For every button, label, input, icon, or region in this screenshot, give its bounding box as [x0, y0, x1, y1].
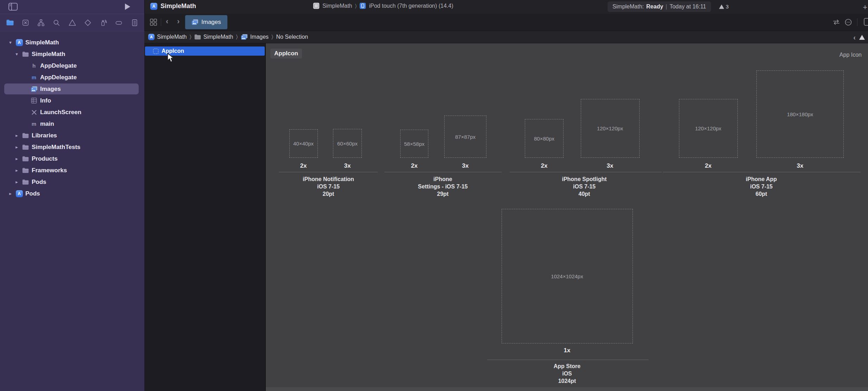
status-state: Ready [646, 4, 663, 10]
file-tree: ▾ASimpleMath▾SimpleMathhAppDelegatemAppD… [0, 31, 144, 199]
titlebar-sidebar-area [0, 0, 144, 14]
sidebar-item-label: Pods [32, 179, 46, 186]
breadcrumb-item[interactable]: No Selection [276, 34, 308, 40]
icon-slot-2x[interactable]: 120×120px [679, 99, 738, 158]
sidebar-item-main[interactable]: mmain [0, 118, 144, 130]
slot-scale-label: 2x [705, 162, 712, 169]
disclosure-chevron-icon[interactable]: ▾ [14, 51, 19, 57]
sidebar-item-simplemathtests[interactable]: ▸SimpleMathTests [0, 141, 144, 153]
group-caption-line: iPhone Spotlight [562, 175, 606, 183]
disclosure-chevron-icon[interactable]: ▸ [14, 156, 19, 161]
disclosure-chevron-icon[interactable]: ▸ [14, 144, 19, 150]
sidebar-item-appdelegate[interactable]: mAppDelegate [0, 72, 144, 83]
project-navigator-icon[interactable] [5, 18, 15, 27]
icon-slot-2x[interactable]: 58×58px [400, 130, 428, 158]
status-divider: | [666, 4, 667, 10]
run-button[interactable] [124, 3, 131, 11]
icon-slot-2x[interactable]: 40×40px [289, 129, 318, 158]
source-control-icon[interactable] [20, 18, 30, 27]
sidebar-item-pods[interactable]: ▸APods [0, 188, 144, 199]
disclosure-chevron-icon[interactable]: ▸ [14, 179, 19, 185]
folder-icon [22, 51, 29, 58]
sidebar-item-label: Info [40, 97, 51, 104]
icon-slot-3x[interactable]: 120×120px [581, 99, 640, 158]
slot-size-label: 40×40px [293, 141, 314, 147]
disclosure-chevron-icon[interactable]: ▸ [14, 168, 19, 173]
sidebar-item-info[interactable]: Info [0, 95, 144, 106]
icon-slot-2x[interactable]: 80×80px [525, 119, 564, 158]
icon-slot-1x[interactable]: 1024×1024px [502, 209, 633, 343]
sidebar-item-products[interactable]: ▸Products [0, 153, 144, 165]
file-m-gray-icon: m [30, 120, 38, 128]
slot-size-label: 87×87px [455, 134, 476, 140]
disclosure-chevron-icon[interactable]: ▾ [8, 40, 13, 45]
target-icon [313, 2, 320, 9]
project-app-icon: A [148, 34, 155, 40]
status-project: SimpleMath: [612, 4, 644, 10]
icon-slot-3x[interactable]: 60×60px [333, 129, 362, 158]
group-underline [663, 172, 861, 172]
breadcrumb-item[interactable]: ASimpleMath [148, 34, 187, 40]
editor-swap-icon[interactable] [832, 18, 841, 26]
forward-chevron[interactable]: › [177, 17, 180, 26]
sidebar-item-label: SimpleMathTests [32, 144, 81, 151]
slot-scale-label: 3x [797, 162, 804, 169]
breadcrumb-item[interactable]: Images [241, 34, 269, 40]
sidebar-item-appdelegate[interactable]: hAppDelegate [0, 60, 144, 72]
scheme-target[interactable]: SimpleMath [322, 3, 352, 9]
warning-badge[interactable]: 3 [719, 4, 729, 10]
folder-icon [22, 167, 29, 174]
slot-size-label: 120×120px [695, 125, 722, 131]
debug-icon[interactable] [99, 18, 108, 27]
editor-options-icon[interactable] [844, 18, 853, 26]
slot-size-label: 58×58px [404, 141, 424, 147]
group-caption: iPhone SpotlightiOS 7-1540pt [562, 175, 606, 198]
issues-icon[interactable] [67, 18, 77, 27]
search-icon[interactable] [52, 18, 62, 27]
empty-thumbnail-icon [153, 49, 158, 54]
back-chevron[interactable]: ‹ [166, 17, 168, 26]
group-caption-line: Settings - iOS 7-15 [418, 183, 467, 190]
sidebar-item-simplemath[interactable]: ▾SimpleMath [0, 48, 144, 60]
scheme-selector[interactable]: SimpleMath 〉 iPod touch (7th generation)… [313, 2, 453, 9]
sidebar-item-launchscreen[interactable]: LaunchScreen [0, 106, 144, 118]
tab-images[interactable]: Images [185, 15, 227, 29]
warning-triangle-icon[interactable] [859, 35, 865, 40]
navigator-bar [0, 14, 144, 31]
file-h-icon: h [30, 62, 38, 69]
sidebar-item-simplemath[interactable]: ▾ASimpleMath [0, 37, 144, 48]
group-underline [384, 172, 502, 172]
group-caption-line: iPhone [418, 175, 467, 183]
icon-slot-3x[interactable]: 87×87px [444, 116, 486, 158]
sidebar-item-label: Images [40, 86, 61, 93]
sidebar-toggle-icon[interactable] [8, 3, 18, 11]
breadcrumb-item[interactable]: SimpleMath [194, 34, 233, 40]
reports-icon[interactable] [130, 18, 139, 27]
tests-icon[interactable] [83, 18, 93, 27]
icon-slot-3x[interactable]: 180×180px [756, 70, 844, 158]
toolbar-divider [161, 18, 161, 26]
breakpoints-icon[interactable] [114, 18, 124, 27]
symbols-icon[interactable] [36, 18, 46, 27]
disclosure-chevron-icon[interactable]: ▸ [8, 191, 13, 196]
toolbar-divider [857, 18, 857, 26]
inspector-toggle-icon[interactable] [864, 18, 868, 26]
asset-row-appicon[interactable]: AppIcon [145, 46, 265, 56]
asset-catalog-icon [191, 19, 199, 25]
scheme-device[interactable]: iPod touch (7th generation) (14.4) [369, 3, 453, 9]
sidebar-item-pods[interactable]: ▸Pods [0, 176, 144, 188]
sidebar-item-label: LaunchScreen [40, 109, 81, 116]
sidebar-item-libraries[interactable]: ▸Libraries [0, 130, 144, 141]
group-caption-line: 20pt [303, 190, 354, 198]
tab-overview-icon[interactable] [149, 18, 158, 26]
titlebar-main: A SimpleMath SimpleMath 〉 iPod touch (7t… [144, 0, 868, 14]
disclosure-chevron-icon[interactable]: ▸ [14, 133, 19, 138]
sidebar-item-images[interactable]: Images [0, 83, 144, 95]
group-caption-line: 60pt [746, 190, 777, 198]
add-button[interactable]: + [863, 3, 867, 12]
sidebar-item-frameworks[interactable]: ▸Frameworks [0, 165, 144, 176]
issues-back-chevron[interactable]: ‹ [853, 34, 856, 41]
group-caption: App StoreiOS1024pt [554, 362, 580, 385]
editor-tab-bar: ‹ › Images [144, 14, 868, 31]
asset-title-chip[interactable]: AppIcon [270, 49, 302, 58]
